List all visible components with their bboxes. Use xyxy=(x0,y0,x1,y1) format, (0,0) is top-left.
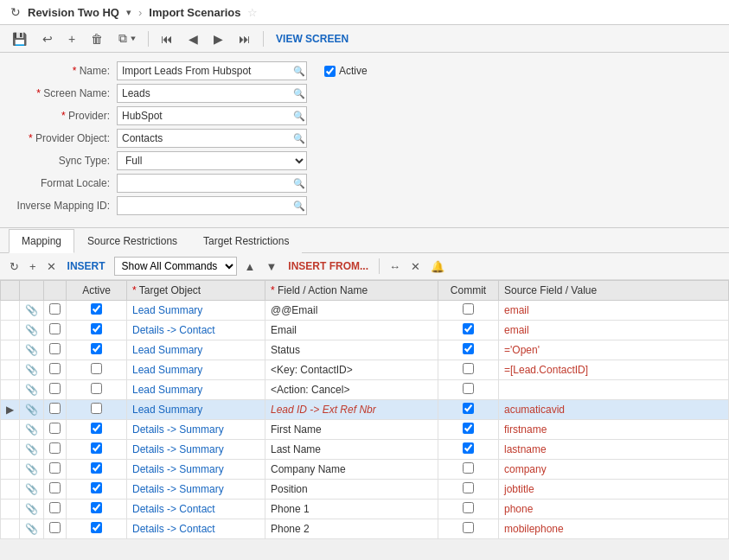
attach-icon[interactable]: 📎 xyxy=(25,384,38,396)
attach-icon[interactable]: 📎 xyxy=(25,364,38,376)
view-screen-button[interactable]: VIEW SCREEN xyxy=(272,31,352,47)
attach-icon[interactable]: 📎 xyxy=(25,503,38,515)
row-commit-checkbox[interactable] xyxy=(463,423,474,434)
row-active-checkbox[interactable] xyxy=(91,403,102,414)
row-active-checkbox[interactable] xyxy=(91,482,102,493)
row-checkbox-cell xyxy=(44,480,67,500)
provider-search-button[interactable]: 🔍 xyxy=(293,111,305,122)
next-button[interactable]: ▶ xyxy=(210,30,227,48)
save-button[interactable]: 💾 xyxy=(9,30,30,48)
row-select-checkbox[interactable] xyxy=(49,323,61,334)
format-locale-label: Format Locale: xyxy=(13,177,117,189)
sync-type-select[interactable]: Full Incremental xyxy=(117,151,307,170)
row-source-cell: email xyxy=(499,321,729,340)
format-locale-search-button[interactable]: 🔍 xyxy=(293,178,305,189)
grid-refresh-button[interactable]: ↻ xyxy=(7,258,22,275)
screen-name-input[interactable] xyxy=(117,84,307,103)
active-checkbox[interactable] xyxy=(324,66,336,77)
refresh-icon[interactable]: ↻ xyxy=(10,5,21,19)
row-select-checkbox[interactable] xyxy=(49,522,61,533)
tab-mapping[interactable]: Mapping xyxy=(9,229,74,253)
row-commit-checkbox[interactable] xyxy=(463,363,474,374)
inverse-mapping-search-button[interactable]: 🔍 xyxy=(293,200,305,212)
row-active-checkbox[interactable] xyxy=(91,522,102,533)
app-dropdown-icon[interactable]: ▾ xyxy=(126,7,131,18)
row-commit-checkbox[interactable] xyxy=(463,303,474,315)
row-commit-checkbox[interactable] xyxy=(463,462,474,474)
name-search-button[interactable]: 🔍 xyxy=(293,66,305,77)
row-select-checkbox[interactable] xyxy=(49,403,61,414)
tab-target-restrictions[interactable]: Target Restrictions xyxy=(190,229,302,253)
row-active-checkbox[interactable] xyxy=(91,303,102,315)
row-commit-checkbox[interactable] xyxy=(463,343,474,354)
row-active-checkbox[interactable] xyxy=(91,383,102,394)
screen-name-search-button[interactable]: 🔍 xyxy=(293,88,305,99)
undo-button[interactable]: ↩ xyxy=(39,30,56,48)
active-label: Active xyxy=(339,65,368,77)
provider-input[interactable] xyxy=(117,106,307,125)
grid-add-button[interactable]: + xyxy=(27,258,39,275)
insert-button[interactable]: INSERT xyxy=(64,258,109,274)
row-select-checkbox[interactable] xyxy=(49,502,61,513)
attach-icon[interactable]: 📎 xyxy=(25,404,38,416)
inverse-mapping-input[interactable] xyxy=(117,196,307,215)
attach-icon[interactable]: 📎 xyxy=(25,304,38,316)
name-input[interactable] xyxy=(117,61,307,80)
notifications-button[interactable]: 🔔 xyxy=(428,258,447,275)
attach-icon[interactable]: 📎 xyxy=(25,443,38,455)
grid-delete-button[interactable]: ✕ xyxy=(44,258,59,275)
row-active-checkbox[interactable] xyxy=(91,323,102,334)
prev-button[interactable]: ◀ xyxy=(185,30,201,48)
row-select-checkbox[interactable] xyxy=(49,383,61,394)
last-button[interactable]: ⏭ xyxy=(235,30,254,48)
row-active-checkbox[interactable] xyxy=(91,423,102,434)
row-attach-cell: 📎 xyxy=(20,301,44,321)
close-grid-button[interactable]: ✕ xyxy=(408,258,423,275)
add-button[interactable]: + xyxy=(65,30,79,48)
insert-from-button[interactable]: INSERT FROM... xyxy=(285,258,372,274)
row-active-checkbox[interactable] xyxy=(91,363,102,374)
row-commit-checkbox[interactable] xyxy=(463,403,474,414)
move-down-button[interactable]: ▼ xyxy=(263,258,279,275)
move-up-button[interactable]: ▲ xyxy=(242,258,259,275)
tab-source-restrictions[interactable]: Source Restrictions xyxy=(74,229,190,253)
provider-row: Provider: 🔍 xyxy=(13,106,716,125)
row-select-checkbox[interactable] xyxy=(49,482,61,493)
provider-object-search-button[interactable]: 🔍 xyxy=(293,133,305,144)
favorite-icon[interactable]: ☆ xyxy=(247,6,258,19)
row-active-checkbox[interactable] xyxy=(91,442,102,454)
table-row: 📎Details -> SummaryLast Namelastname xyxy=(1,440,729,460)
row-target-cell: Lead Summary xyxy=(127,380,265,400)
row-select-checkbox[interactable] xyxy=(49,442,61,454)
row-commit-checkbox[interactable] xyxy=(463,442,474,454)
format-locale-input[interactable] xyxy=(117,174,307,193)
attach-icon[interactable]: 📎 xyxy=(25,423,38,436)
row-commit-checkbox[interactable] xyxy=(463,383,474,394)
row-select-checkbox[interactable] xyxy=(49,423,61,434)
row-select-checkbox[interactable] xyxy=(49,303,61,315)
row-active-checkbox[interactable] xyxy=(91,343,102,354)
row-commit-checkbox[interactable] xyxy=(463,502,474,513)
copy-button[interactable]: ⧉ ▾ xyxy=(115,29,139,48)
commands-select[interactable]: Show All Commands Show Commands xyxy=(114,257,237,276)
row-commit-checkbox[interactable] xyxy=(463,482,474,493)
attach-icon[interactable]: 📎 xyxy=(25,483,38,495)
attach-icon[interactable]: 📎 xyxy=(25,523,38,535)
row-select-checkbox[interactable] xyxy=(49,343,61,354)
row-commit-checkbox[interactable] xyxy=(463,323,474,334)
delete-button[interactable]: 🗑 xyxy=(87,30,106,48)
attach-icon[interactable]: 📎 xyxy=(25,463,38,475)
fit-columns-button[interactable]: ↔ xyxy=(387,258,403,275)
row-commit-cell xyxy=(438,380,499,400)
row-active-checkbox[interactable] xyxy=(91,462,102,474)
row-select-checkbox[interactable] xyxy=(49,462,61,474)
provider-object-input[interactable] xyxy=(117,129,307,148)
row-commit-checkbox[interactable] xyxy=(463,522,474,533)
first-button[interactable]: ⏮ xyxy=(157,30,176,48)
attach-icon[interactable]: 📎 xyxy=(25,344,38,356)
attach-icon[interactable]: 📎 xyxy=(25,324,38,336)
row-field-cell: @@Email xyxy=(265,301,438,321)
row-active-checkbox[interactable] xyxy=(91,502,102,513)
row-select-checkbox[interactable] xyxy=(49,363,61,374)
row-source-cell: acumaticavid xyxy=(499,400,729,420)
